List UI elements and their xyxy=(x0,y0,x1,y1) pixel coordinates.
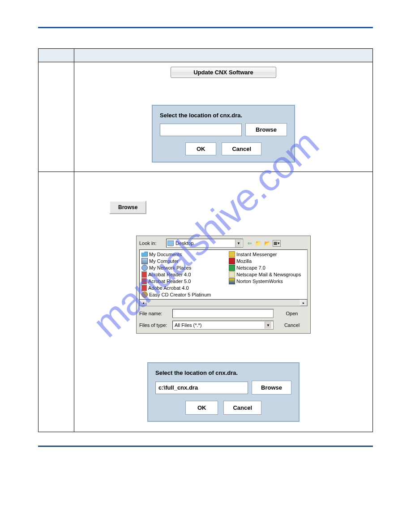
scroll-right-icon[interactable]: ▸ xyxy=(300,300,307,306)
file-name-label: File name: xyxy=(139,311,170,316)
action-header-cell xyxy=(74,49,373,62)
app-icon xyxy=(141,292,148,298)
open-button[interactable]: Open xyxy=(276,310,308,317)
select-location-dialog-2: Select the location of cnx.dra. Browse O… xyxy=(147,362,300,422)
list-item: Netscape 7.0 xyxy=(229,264,305,271)
app-icon xyxy=(229,251,235,257)
list-item: Acrobat Reader 4.0 xyxy=(141,271,215,278)
scroll-left-icon[interactable]: ◂ xyxy=(140,300,147,306)
acrobat-icon xyxy=(141,278,147,284)
mozilla-icon xyxy=(229,258,235,264)
look-in-value: Desktop xyxy=(176,240,193,246)
step-cell xyxy=(39,172,74,432)
list-item: My Computer xyxy=(141,257,215,264)
chevron-down-icon[interactable]: ▼ xyxy=(235,240,242,247)
table-header-row xyxy=(39,49,373,62)
dialog-title: Select the location of cnx.dra. xyxy=(155,369,291,376)
look-in-label: Look in: xyxy=(139,240,163,246)
browse-button-standalone[interactable]: Browse xyxy=(109,201,146,214)
netscape-icon xyxy=(229,265,235,271)
files-of-type-label: Files of type: xyxy=(139,322,170,328)
up-one-level-icon[interactable]: 📁 xyxy=(255,240,262,247)
action-cell: Browse Look in: Desktop ▼ ⇦ xyxy=(74,172,373,432)
browse-button[interactable]: Browse xyxy=(252,381,291,395)
cancel-button[interactable]: Cancel xyxy=(223,401,261,415)
location-input[interactable] xyxy=(160,124,242,136)
horizontal-scrollbar[interactable]: ◂ ▸ xyxy=(139,299,308,306)
view-menu-icon[interactable]: ▦▾ xyxy=(273,240,281,247)
ok-button[interactable]: OK xyxy=(185,401,218,415)
table-row: Browse Look in: Desktop ▼ ⇦ xyxy=(39,172,373,432)
back-arrow-icon[interactable]: ⇦ xyxy=(246,240,253,247)
location-input[interactable] xyxy=(155,382,248,394)
table-row: Update CNX Software Select the location … xyxy=(39,62,373,172)
folder-icon xyxy=(141,252,148,257)
file-open-dialog: Look in: Desktop ▼ ⇦ 📁 📂 ▦▾ xyxy=(136,236,311,334)
acrobat-icon xyxy=(141,271,147,278)
list-item: Adobe Acrobat 4.0 xyxy=(141,284,215,291)
files-of-type-dropdown[interactable]: All Files (*.*) ▼ xyxy=(172,321,274,330)
select-location-dialog-1: Select the location of cnx.dra. Browse O… xyxy=(152,105,295,163)
acrobat-icon xyxy=(141,285,147,291)
steps-table: Update CNX Software Select the location … xyxy=(38,48,373,432)
header-divider xyxy=(38,27,373,28)
step-header-cell xyxy=(39,49,74,62)
mail-icon xyxy=(229,271,235,278)
list-item: My Documents xyxy=(141,251,215,257)
file-name-input[interactable] xyxy=(172,309,274,318)
cancel-button[interactable]: Cancel xyxy=(222,142,261,155)
network-icon xyxy=(141,265,148,271)
list-item: My Network Places xyxy=(141,264,215,271)
list-item: Acrobat Reader 5.0 xyxy=(141,278,215,284)
files-of-type-value: All Files (*.*) xyxy=(175,322,202,328)
ok-button[interactable]: OK xyxy=(185,142,217,155)
look-in-dropdown[interactable]: Desktop ▼ xyxy=(166,239,243,248)
browse-button[interactable]: Browse xyxy=(245,123,287,136)
list-item: Netscape Mail & Newsgroups xyxy=(229,271,305,278)
dialog-title: Select the location of cnx.dra. xyxy=(160,112,287,119)
list-item: Instant Messenger xyxy=(229,251,305,257)
cancel-button[interactable]: Cancel xyxy=(276,322,308,329)
action-cell: Update CNX Software Select the location … xyxy=(74,62,373,172)
norton-icon xyxy=(229,278,235,284)
footer-divider xyxy=(38,446,373,447)
chevron-down-icon[interactable]: ▼ xyxy=(265,322,271,329)
new-folder-icon[interactable]: 📂 xyxy=(264,240,271,247)
desktop-icon xyxy=(167,240,174,246)
step-cell xyxy=(39,62,74,172)
file-list[interactable]: My Documents My Computer My Network Plac… xyxy=(139,249,308,300)
update-cnx-software-button[interactable]: Update CNX Software xyxy=(171,67,276,78)
list-item: Easy CD Creator 5 Platinum xyxy=(141,291,215,298)
list-item: Norton SystemWorks xyxy=(229,278,305,284)
list-item: Mozilla xyxy=(229,257,305,264)
computer-icon xyxy=(141,258,148,264)
